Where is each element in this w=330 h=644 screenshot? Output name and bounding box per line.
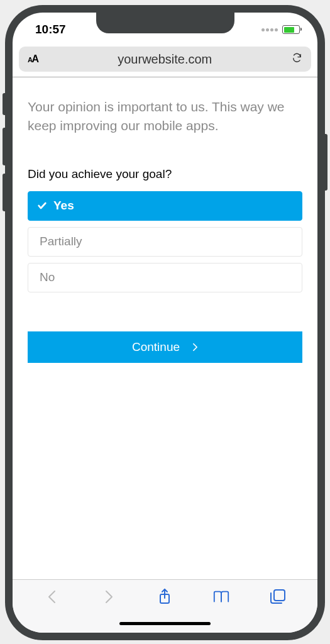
options-list: Yes Partially No bbox=[28, 191, 302, 292]
continue-label: Continue bbox=[132, 340, 180, 354]
option-label: Yes bbox=[53, 199, 74, 213]
url-bar[interactable]: AA yourwebsite.com bbox=[19, 47, 311, 72]
status-time: 10:57 bbox=[35, 23, 66, 36]
survey-question: Did you achieve your goal? bbox=[28, 167, 302, 181]
share-icon[interactable] bbox=[156, 588, 173, 606]
reload-icon[interactable] bbox=[292, 52, 302, 67]
option-label: No bbox=[40, 270, 55, 284]
home-indicator-area bbox=[13, 614, 317, 633]
forward-icon[interactable] bbox=[100, 588, 118, 606]
signal-dots-icon bbox=[261, 28, 278, 31]
text-size-icon[interactable]: AA bbox=[28, 53, 38, 65]
chevron-right-icon bbox=[192, 343, 198, 352]
phone-notch bbox=[96, 13, 234, 33]
option-yes[interactable]: Yes bbox=[28, 191, 302, 221]
continue-button[interactable]: Continue bbox=[28, 331, 302, 363]
page-content: Your opinion is important to us. This wa… bbox=[13, 77, 317, 579]
svg-rect-2 bbox=[274, 590, 285, 601]
intro-text: Your opinion is important to us. This wa… bbox=[28, 97, 302, 136]
home-indicator[interactable] bbox=[119, 622, 211, 625]
option-partially[interactable]: Partially bbox=[28, 227, 302, 257]
bookmarks-icon[interactable] bbox=[212, 588, 230, 606]
back-icon[interactable] bbox=[43, 588, 61, 606]
url-bar-container: AA yourwebsite.com bbox=[13, 43, 317, 77]
option-label: Partially bbox=[40, 235, 82, 248]
tabs-icon[interactable] bbox=[269, 588, 287, 606]
option-no[interactable]: No bbox=[28, 263, 302, 292]
browser-toolbar bbox=[13, 579, 317, 614]
url-text[interactable]: yourwebsite.com bbox=[45, 52, 285, 67]
phone-frame: 10:57 AA yourwebsite.com bbox=[5, 5, 325, 640]
battery-icon bbox=[282, 25, 300, 34]
check-icon bbox=[37, 201, 47, 211]
